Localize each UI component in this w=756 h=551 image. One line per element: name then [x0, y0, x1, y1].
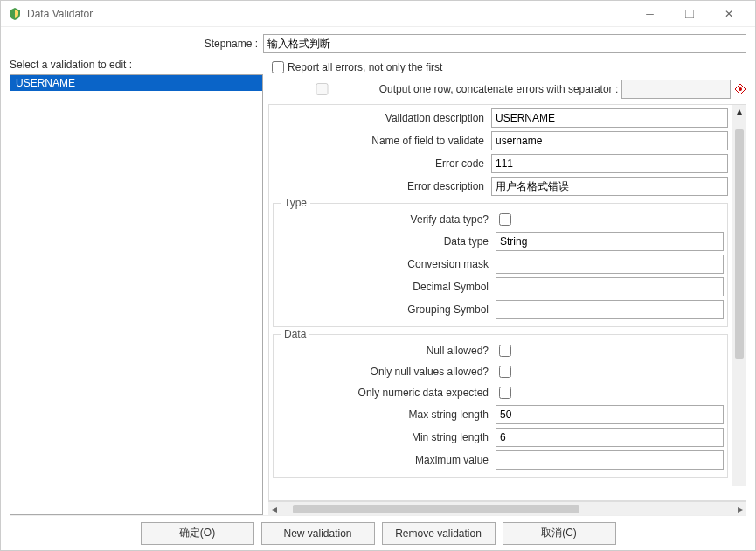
stepname-label: Stepname : — [10, 38, 263, 50]
grpsym-label: Grouping Symbol — [277, 303, 496, 316]
app-icon — [8, 7, 22, 21]
onlynull-checkbox[interactable] — [499, 366, 511, 378]
ok-button[interactable]: 确定(O) — [141, 522, 254, 545]
maxval-label: Maximum value — [277, 454, 496, 466]
fname-input[interactable] — [491, 131, 728, 150]
vertical-scrollbar[interactable]: ▴ — [732, 105, 746, 486]
output-one-row: Output one row, concatenate errors with … — [268, 80, 746, 99]
decsym-input[interactable] — [496, 277, 724, 296]
data-group-title: Data — [281, 328, 309, 340]
nullok-checkbox[interactable] — [499, 345, 511, 357]
verify-label: Verify data type? — [277, 213, 496, 226]
onlynum-label: Only numeric data expected — [277, 387, 496, 399]
svg-rect-0 — [685, 10, 694, 18]
svg-point-1 — [739, 87, 742, 91]
stepname-input[interactable] — [263, 34, 746, 53]
maxval-input[interactable] — [496, 450, 724, 470]
onlynum-checkbox[interactable] — [499, 387, 511, 399]
minimize-button[interactable]: ─ — [630, 1, 669, 26]
maximize-icon — [685, 10, 694, 18]
maxlen-label: Max string length — [277, 408, 496, 421]
minlen-label: Min string length — [277, 431, 496, 443]
validation-list[interactable]: USERNAME — [10, 74, 263, 515]
maximize-button[interactable] — [669, 1, 709, 26]
decsym-label: Decimal Symbol — [277, 281, 496, 293]
helper-icon[interactable] — [734, 83, 746, 95]
data-group: Data Null allowed? Only null values allo… — [273, 334, 728, 478]
separator-input — [621, 80, 731, 99]
content-area: Stepname : Select a validation to edit :… — [1, 27, 755, 550]
nullok-label: Null allowed? — [277, 345, 496, 357]
form-scroll: Validation description Name of field to … — [268, 104, 746, 501]
vdesc-input[interactable] — [491, 108, 728, 128]
data-validator-window: Data Validator ─ ✕ Stepname : Select a v… — [0, 0, 756, 551]
report-all-row: Report all errors, not only the first — [268, 59, 746, 76]
list-item[interactable]: USERNAME — [10, 75, 262, 91]
body: Select a validation to edit : USERNAME R… — [10, 59, 746, 515]
report-all-label: Report all errors, not only the first — [288, 61, 442, 73]
errcode-input[interactable] — [491, 154, 728, 173]
output-one-label: Output one row, concatenate errors with … — [379, 83, 618, 95]
close-button[interactable]: ✕ — [709, 1, 748, 26]
dtype-input[interactable] — [496, 232, 724, 251]
stepname-row: Stepname : — [10, 34, 746, 53]
left-panel: Select a validation to edit : USERNAME — [10, 59, 263, 515]
errcode-label: Error code — [273, 157, 491, 170]
report-all-checkbox[interactable] — [272, 61, 284, 73]
grpsym-input[interactable] — [496, 300, 724, 319]
button-bar: 确定(O) New validation Remove validation 取… — [10, 515, 746, 550]
convmask-label: Conversion mask — [277, 258, 496, 270]
type-group: Type Verify data type? Data type Convers… — [273, 203, 728, 327]
remove-validation-button[interactable]: Remove validation — [382, 522, 496, 545]
verify-checkbox[interactable] — [499, 213, 511, 226]
dtype-label: Data type — [277, 235, 496, 248]
validation-list-label: Select a validation to edit : — [10, 59, 263, 71]
fname-label: Name of field to validate — [273, 135, 491, 147]
right-panel: Report all errors, not only the first Ou… — [268, 59, 746, 515]
output-one-checkbox — [272, 83, 372, 95]
new-validation-button[interactable]: New validation — [261, 522, 375, 545]
convmask-input[interactable] — [496, 255, 724, 274]
errdesc-label: Error description — [273, 180, 491, 192]
horizontal-scrollbar[interactable]: ◂▸ — [268, 501, 746, 515]
cancel-button[interactable]: 取消(C) — [503, 522, 616, 545]
onlynull-label: Only null values allowed? — [277, 366, 496, 378]
type-group-title: Type — [281, 197, 310, 209]
titlebar: Data Validator ─ ✕ — [1, 1, 755, 27]
errdesc-input[interactable] — [491, 177, 728, 196]
vdesc-label: Validation description — [273, 112, 491, 124]
minlen-input[interactable] — [496, 428, 724, 447]
window-title: Data Validator — [27, 8, 630, 20]
maxlen-input[interactable] — [496, 405, 724, 424]
